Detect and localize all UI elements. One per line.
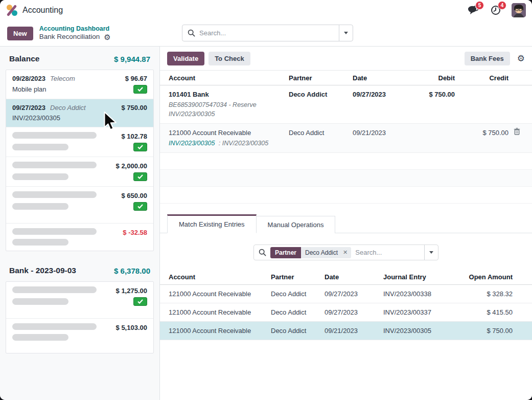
line-amount: $ 5,103.00 (116, 324, 147, 331)
match-account: 121000 Account Receivable (169, 322, 271, 340)
statement-line[interactable]: $ -32.58 (6, 224, 153, 251)
app-title[interactable]: Accounting (22, 6, 63, 15)
line-label: Mobile plan (12, 85, 47, 93)
match-table-header: Account Partner Date Journal Entry Open … (160, 269, 532, 285)
statement-line[interactable]: $ 2,000.00 (6, 157, 153, 187)
match-search-input[interactable] (355, 249, 420, 256)
activities-icon[interactable]: 4 (489, 4, 502, 17)
match-journal: INV/2023/00337 (383, 303, 468, 321)
match-account: 121000 Account Receivable (169, 285, 271, 303)
user-avatar[interactable] (512, 3, 526, 17)
skeleton-bar (12, 144, 68, 150)
statement-line-selected[interactable]: 09/27/2023 Deco Addict $ 750.00 INV/2023… (6, 99, 153, 127)
match-row[interactable]: 121000 Account Receivable Deco Addict 09… (160, 285, 532, 303)
matched-badge (133, 172, 147, 181)
entry-link-note: : INV/2023/00305 (219, 140, 268, 147)
matched-badge (133, 202, 147, 211)
line-amount: $ 96.67 (125, 75, 147, 82)
skeleton-bar (12, 191, 97, 198)
search-icon (188, 29, 195, 37)
facet-value: Deco Addict (301, 247, 342, 258)
global-search-input[interactable] (199, 29, 334, 37)
matched-badge (133, 297, 147, 306)
control-panel: New Accounting Dashboard Bank Reconcilia… (0, 20, 532, 46)
match-partner: Deco Addict (271, 303, 325, 321)
col-date: Date (325, 269, 383, 284)
matched-badge (133, 143, 147, 151)
check-icon (137, 87, 143, 92)
chevron-down-icon (429, 251, 433, 254)
line-amount-negative: $ -32.58 (123, 229, 147, 236)
match-search-dropdown-toggle[interactable] (424, 245, 438, 260)
bank-section-amount: $ 6,378.00 (114, 266, 150, 275)
balance-title: Balance (9, 54, 39, 63)
match-open-amount: $ 750.00 (468, 322, 513, 340)
line-amount: $ 2,000.00 (116, 162, 147, 170)
statement-line[interactable]: $ 5,103.00 (6, 319, 153, 353)
entry-account: 121000 Account Receivable (169, 124, 289, 139)
skeleton-bar (12, 298, 68, 305)
col-date: Date (353, 71, 409, 85)
match-open-amount: $ 415.50 (468, 303, 513, 321)
statement-line[interactable]: $ 102.78 (6, 127, 153, 157)
messages-icon[interactable]: 5 (467, 4, 480, 17)
statement-line[interactable]: $ 1,275.00 (6, 282, 153, 319)
entry-row-liquidity[interactable]: 101401 Bank Deco Addict 09/27/2023 $ 750… (160, 85, 532, 124)
search-dropdown-toggle[interactable] (339, 25, 353, 41)
check-icon (137, 299, 143, 304)
new-button[interactable]: New (7, 27, 33, 40)
delete-line-trash-icon[interactable] (514, 128, 520, 135)
check-icon (137, 145, 143, 149)
entry-account: 101401 Bank (169, 85, 289, 100)
bank-lines-card: $ 1,275.00 $ 5,103.00 (6, 281, 154, 353)
match-journal: INV/2023/00305 (383, 322, 468, 340)
statement-line[interactable]: $ 650.00 (6, 187, 153, 224)
line-label: INV/2023/00305 (12, 114, 60, 122)
entry-journal-link[interactable]: INV/2023/00305 (169, 140, 215, 147)
match-row[interactable]: 121000 Account Receivable Deco Addict 09… (160, 303, 532, 322)
match-date: 09/27/2023 (325, 285, 383, 303)
entry-date: 09/21/2023 (353, 124, 409, 139)
check-icon (137, 204, 143, 209)
match-date: 09/27/2023 (325, 303, 383, 321)
to-check-button[interactable]: To Check (209, 52, 250, 65)
facet-remove-icon[interactable]: ✕ (342, 247, 351, 258)
breadcrumb-current: Bank Reconciliation (39, 33, 100, 41)
skeleton-bar (12, 239, 68, 246)
col-debit: Debit (409, 71, 455, 85)
search-facet-partner: Partner Deco Addict ✕ (270, 247, 351, 258)
line-partner: Deco Addict (50, 104, 86, 112)
top-navbar: Accounting 5 4 (0, 0, 532, 20)
global-search-bar (182, 25, 353, 41)
col-account: Account (169, 269, 271, 284)
messages-badge: 5 (475, 1, 484, 10)
balance-amount: $ 9,944.87 (114, 55, 150, 63)
entry-table-header: Account Partner Date Debit Credit (160, 71, 532, 85)
match-row-selected[interactable]: 121000 Account Receivable Deco Addict 09… (160, 322, 532, 340)
line-amount: $ 750.00 (121, 104, 147, 112)
tab-manual-operations[interactable]: Manual Operations (257, 216, 336, 233)
entry-note-line1: BE68539007547034 - Reserve (169, 100, 523, 109)
entry-credit: $ 750.00 (482, 129, 508, 137)
tab-match-existing-entries[interactable]: Match Existing Entries (167, 214, 257, 233)
breadcrumb: Accounting Dashboard Bank Reconciliation… (39, 25, 111, 42)
app-window: Accounting 5 4 (0, 0, 532, 400)
bank-fees-button[interactable]: Bank Fees (465, 52, 510, 65)
line-amount: $ 1,275.00 (116, 287, 147, 295)
entry-row-counterpart[interactable]: 121000 Account Receivable Deco Addict 09… (160, 124, 532, 153)
line-amount: $ 102.78 (121, 132, 147, 140)
reconcile-action-bar: Validate To Check Bank Fees ⚙ (160, 47, 532, 71)
reconcile-tabs: Match Existing Entries Manual Operations (160, 204, 532, 233)
match-partner: Deco Addict (271, 322, 325, 340)
breadcrumb-parent-link[interactable]: Accounting Dashboard (39, 25, 111, 33)
view-settings-gear-icon[interactable]: ⚙ (104, 33, 110, 41)
reconcile-settings-gear-icon[interactable]: ⚙ (517, 54, 525, 63)
col-open-amount: Open Amount (468, 269, 513, 284)
validate-button[interactable]: Validate (167, 52, 204, 65)
statement-line[interactable]: 09/28/2023 Telecom $ 96.67 Mobile plan (6, 70, 153, 99)
entry-debit: $ 750.00 (409, 85, 455, 100)
col-credit: Credit (455, 71, 508, 85)
col-journal-entry: Journal Entry (383, 269, 468, 284)
activities-badge: 4 (498, 1, 506, 10)
matched-badge (133, 85, 147, 94)
